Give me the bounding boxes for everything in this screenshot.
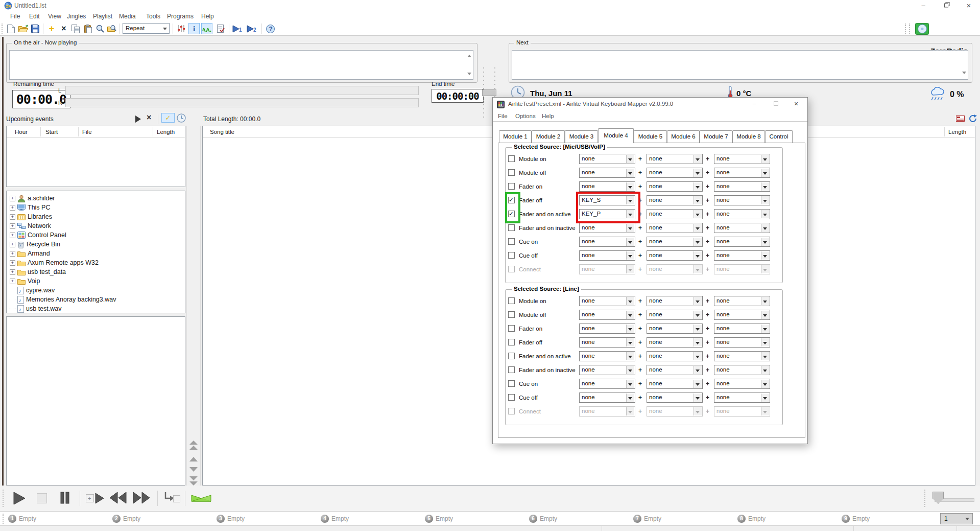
col-hour[interactable]: Hour [15,126,28,137]
cart-slot-2[interactable]: 2Empty [112,514,140,523]
key-combo-1[interactable]: none [579,365,635,375]
play-next-button[interactable]: + [86,493,104,504]
tab-module-6[interactable]: Module 6 [667,130,700,143]
key-combo-2[interactable]: none [647,310,703,320]
tab-module-1[interactable]: Module 1 [499,130,532,143]
move-top-icon2[interactable] [189,446,198,450]
expand-icon[interactable]: + [10,196,15,201]
key-combo-3[interactable]: none [714,250,770,261]
tree-item[interactable]: + Armand [10,249,50,258]
key-combo-1[interactable]: KEY_S [579,195,635,205]
tab-module-2[interactable]: Module 2 [532,130,565,143]
open-playlist-button[interactable] [17,23,29,34]
tree-item[interactable]: + Libraries [10,212,52,221]
key-combo-2[interactable]: none [647,351,703,361]
cart-slot-8[interactable]: 8Empty [737,514,766,523]
key-combo-2[interactable]: none [647,379,703,389]
maximize-button[interactable] [936,0,958,11]
checkbox[interactable] [508,339,515,345]
search-button[interactable] [94,23,106,34]
key-combo-1[interactable]: none [579,351,635,361]
tree-item[interactable]: + Axum Remote apps W32 [10,258,99,267]
checkbox[interactable] [508,325,515,332]
checkbox[interactable] [508,183,515,190]
key-combo-3[interactable]: none [714,209,770,219]
menu-file[interactable]: File [9,11,21,22]
rewind-button[interactable] [109,492,127,504]
tab-module-3[interactable]: Module 3 [565,130,598,143]
key-combo-3[interactable]: none [714,310,770,320]
checkbox[interactable] [508,394,515,401]
key-combo-2[interactable]: none [647,337,703,348]
key-combo-1[interactable]: none [579,168,635,178]
move-bottom-icon[interactable] [189,476,198,480]
delete-file-button[interactable]: × [58,23,69,34]
col-file[interactable]: File [82,126,92,137]
tree-item[interactable]: + Voip [10,276,40,286]
playlist-report-icon[interactable] [956,114,965,123]
key-combo-2[interactable]: none [647,237,703,247]
pause-button[interactable] [60,492,69,504]
expand-icon[interactable]: + [10,260,15,266]
tree-item[interactable]: ♪ Memories Anoray backing3.wav [10,295,116,304]
stop-button[interactable] [37,493,47,503]
play-event-icon[interactable] [135,116,145,123]
expand-icon[interactable]: + [10,242,15,247]
tree-item[interactable]: + Control Panel [10,230,66,240]
menu-tools[interactable]: Tools [145,11,162,22]
col-start[interactable]: Start [45,126,58,137]
tab-module-5[interactable]: Module 5 [634,130,667,143]
key-combo-3[interactable]: none [714,195,770,205]
checkbox[interactable] [508,297,515,304]
tree-item[interactable]: + usb test_data [10,267,66,276]
scroll-down-icon[interactable] [962,72,966,76]
playback-mode-dropdown[interactable]: Repeat [123,23,170,34]
new-playlist-button[interactable] [5,23,16,34]
waveform-toggle-button[interactable] [201,23,212,34]
dialog-menu-help[interactable]: Help [542,111,554,122]
menu-help[interactable]: Help [200,11,216,22]
key-combo-1[interactable]: none [579,154,635,164]
move-top-icon[interactable] [189,441,198,445]
key-combo-1[interactable]: none [579,310,635,320]
key-combo-3[interactable]: none [714,379,770,389]
close-button[interactable]: × [958,0,980,11]
key-combo-3[interactable]: none [714,324,770,334]
key-combo-2[interactable]: none [647,209,703,219]
event-clock-icon[interactable] [177,113,186,123]
checkbox[interactable] [508,353,515,359]
key-combo-1[interactable]: none [579,223,635,233]
dialog-maximize-button[interactable] [768,98,784,111]
key-combo-2[interactable]: none [647,250,703,261]
scroll-down-icon[interactable] [467,73,471,77]
key-combo-3[interactable]: none [714,168,770,178]
key-combo-1[interactable]: none [579,237,635,247]
cart-page-dropdown[interactable]: 1 [940,513,973,524]
dialog-titlebar[interactable]: AirliteTestPreset.xml - Airlite Virtual … [493,98,807,111]
move-up-icon[interactable] [189,457,198,461]
cart-slot-7[interactable]: 7Empty [633,514,661,523]
help-button[interactable]: ? [265,23,276,34]
checkbox[interactable] [508,155,515,162]
move-bottom-icon2[interactable] [189,481,198,486]
expand-icon[interactable]: + [10,279,15,284]
tree-item[interactable]: + Network [10,221,51,230]
paste-button[interactable] [82,23,93,34]
key-combo-1[interactable]: none [579,337,635,348]
checkbox[interactable] [508,224,515,231]
save-playlist-button[interactable] [30,23,41,34]
key-combo-3[interactable]: none [714,154,770,164]
now-playing-box[interactable] [9,50,473,80]
play-2-button[interactable]: 2 [246,23,257,34]
play-1-button[interactable]: 1 [232,23,243,34]
key-combo-2[interactable]: none [647,181,703,192]
key-combo-3[interactable]: none [714,296,770,306]
refresh-icon[interactable] [968,114,977,123]
key-combo-2[interactable]: none [647,296,703,306]
expand-icon[interactable]: + [10,205,15,211]
key-combo-2[interactable]: none [647,223,703,233]
key-combo-2[interactable]: none [647,195,703,205]
search-folder-button[interactable] [106,23,117,34]
expand-icon[interactable]: + [10,223,15,229]
tab-module-8[interactable]: Module 8 [732,130,765,143]
